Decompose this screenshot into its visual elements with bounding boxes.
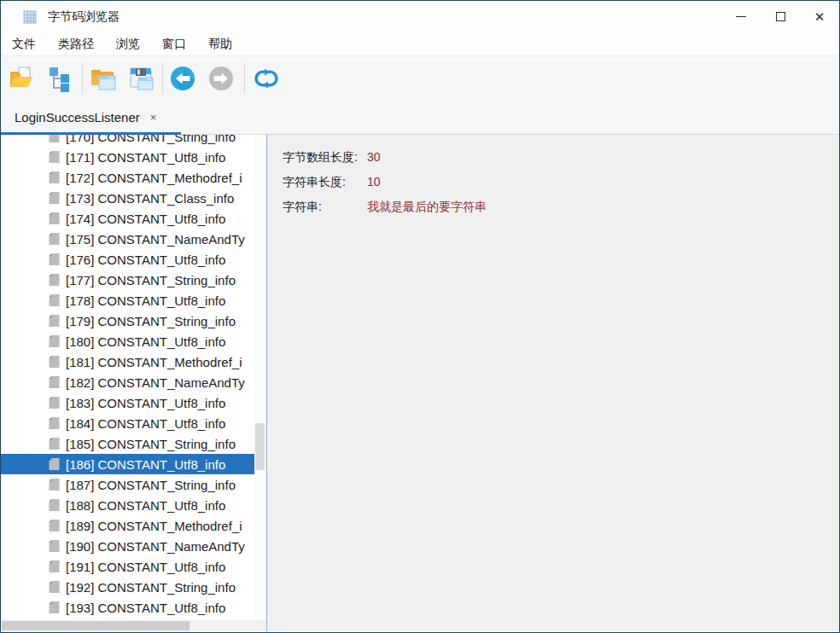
tree-row[interactable]: [181] CONSTANT_Methodref_i [1, 351, 254, 372]
tree-row[interactable]: [186] CONSTANT_Utf8_info [1, 454, 254, 474]
tree-row[interactable]: [178] CONSTANT_Utf8_info [1, 290, 254, 311]
tree-row[interactable]: [176] CONSTANT_Utf8_info [1, 249, 254, 270]
tree-row[interactable]: [185] CONSTANT_String_info [1, 433, 254, 454]
tree-row[interactable]: [171] CONSTANT_Utf8_info [1, 147, 254, 167]
menu-item-browse[interactable]: 浏览 [105, 33, 151, 55]
document-icon [48, 457, 61, 471]
document-icon [48, 253, 61, 266]
open-folder-button[interactable] [4, 61, 38, 96]
detail-row-string: 字符串:我就是最后的要字符串 [283, 198, 839, 215]
menu-item-help[interactable]: 帮助 [197, 33, 243, 55]
tree-row[interactable]: [183] CONSTANT_Utf8_info [1, 392, 254, 413]
tree-row-label: [179] CONSTANT_String_info [66, 314, 236, 328]
document-icon [48, 396, 61, 409]
maximize-icon [776, 12, 785, 21]
document-icon [48, 416, 61, 430]
vertical-scrollbar[interactable] [254, 135, 266, 620]
menu-item-file[interactable]: 文件 [1, 33, 47, 55]
tree-row-label: [188] CONSTANT_Utf8_info [66, 498, 225, 513]
vertical-scrollbar-thumb[interactable] [255, 423, 265, 470]
menu-item-window[interactable]: 窗口 [151, 33, 197, 55]
tree-row-label: [180] CONSTANT_Utf8_info [66, 334, 225, 349]
back-button[interactable] [166, 61, 200, 96]
toolbar-separator [82, 63, 83, 94]
horizontal-scrollbar-thumb[interactable] [2, 621, 190, 630]
tree-row-label: [181] CONSTANT_Methodref_i [66, 355, 242, 369]
tree-viewport[interactable]: [170] CONSTANT_String_info [171] CONSTAN… [1, 135, 254, 620]
forward-button[interactable] [204, 61, 238, 96]
content-area: [170] CONSTANT_String_info [171] CONSTAN… [1, 135, 839, 631]
tree-row-label: [183] CONSTANT_Utf8_info [66, 396, 225, 410]
open-folder-icon [8, 65, 35, 92]
tree-row-label: [171] CONSTANT_Utf8_info [66, 150, 225, 165]
tree-row-label: [178] CONSTANT_Utf8_info [66, 293, 225, 308]
tree-row[interactable]: [179] CONSTANT_String_info [1, 311, 254, 331]
tree-row[interactable]: [172] CONSTANT_Methodref_i [1, 167, 254, 188]
toolbar-separator [244, 63, 245, 94]
tree-row[interactable]: [193] CONSTANT_Utf8_info [1, 597, 254, 618]
minimize-button[interactable] [721, 1, 761, 32]
tree-row-label: [190] CONSTANT_NameAndTy [66, 539, 245, 554]
document-icon [48, 334, 61, 348]
menu-item-classpath[interactable]: 类路径 [47, 33, 105, 55]
document-icon [48, 293, 61, 307]
tree-row[interactable]: [192] CONSTANT_String_info [1, 577, 254, 597]
detail-label: 字符串: [283, 198, 367, 215]
document-icon [48, 191, 61, 205]
tree-row[interactable]: [187] CONSTANT_String_info [1, 474, 254, 495]
tree-row[interactable]: [184] CONSTANT_Utf8_info [1, 413, 254, 433]
tree-row[interactable]: [189] CONSTANT_Methodref_i [1, 515, 254, 536]
tree-row-label: [193] CONSTANT_Utf8_info [66, 601, 225, 615]
tree-row[interactable]: [182] CONSTANT_NameAndTy [1, 372, 254, 392]
tree-row-label: [184] CONSTANT_Utf8_info [66, 416, 225, 431]
tree-row-label: [172] CONSTANT_Methodref_i [66, 171, 242, 185]
detail-value: 10 [367, 175, 381, 189]
document-icon [48, 375, 61, 389]
document-icon [48, 355, 61, 369]
tree-row[interactable]: [188] CONSTANT_Utf8_info [1, 495, 254, 515]
folder-window-button[interactable] [86, 61, 120, 96]
detail-row-string-length: 字符串长度:10 [283, 173, 839, 190]
tree-row-label: [175] CONSTANT_NameAndTy [66, 232, 245, 247]
tab-loginsuccesslistener[interactable]: LoginSuccessListener × [1, 100, 181, 135]
tree-row-label: [191] CONSTANT_Utf8_info [66, 560, 225, 574]
menu-bar: 文件 类路径 浏览 窗口 帮助 [1, 32, 839, 56]
tree-row[interactable]: [190] CONSTANT_NameAndTy [1, 536, 254, 556]
reload-button[interactable] [249, 61, 283, 96]
maximize-button[interactable] [761, 1, 800, 32]
document-icon [48, 135, 61, 143]
tree-row[interactable]: [191] CONSTANT_Utf8_info [1, 556, 254, 577]
folder-window-icon [90, 65, 117, 92]
toolbar [1, 56, 839, 100]
tree-row[interactable]: [180] CONSTANT_Utf8_info [1, 331, 254, 351]
document-icon [48, 478, 61, 491]
tree-row[interactable]: [175] CONSTANT_NameAndTy [1, 229, 254, 249]
app-window: 字节码浏览器 ✕ 文件 类路径 浏览 窗口 帮助 [0, 0, 840, 633]
detail-row-byte-array-length: 字节数组长度:30 [283, 148, 839, 166]
tree-row[interactable]: [170] CONSTANT_String_info [1, 135, 254, 147]
horizontal-scrollbar[interactable] [1, 620, 266, 631]
tree-rows: [170] CONSTANT_String_info [171] CONSTAN… [1, 135, 254, 620]
tree-row-label: [182] CONSTANT_NameAndTy [66, 375, 245, 390]
reload-icon [253, 65, 280, 92]
document-icon [48, 273, 61, 287]
document-icon [48, 519, 61, 532]
tree-row[interactable]: [177] CONSTANT_String_info [1, 270, 254, 290]
tab-label: LoginSuccessListener [15, 110, 140, 125]
close-icon: ✕ [814, 10, 825, 23]
document-icon [48, 171, 61, 184]
close-button[interactable]: ✕ [800, 1, 839, 32]
hierarchy-icon [47, 65, 74, 92]
hierarchy-button[interactable] [44, 61, 78, 96]
document-icon [48, 580, 61, 594]
tree-row-label: [174] CONSTANT_Utf8_info [66, 212, 225, 226]
document-icon [48, 232, 61, 246]
detail-label: 字节数组长度: [283, 148, 367, 166]
back-icon [169, 65, 196, 92]
tab-close-icon[interactable]: × [150, 112, 157, 123]
tree-row-label: [170] CONSTANT_String_info [66, 135, 236, 144]
detail-panel: 字节数组长度:30 字符串长度:10 字符串:我就是最后的要字符串 [267, 135, 839, 631]
save-window-button[interactable] [124, 61, 158, 96]
tree-row[interactable]: [173] CONSTANT_Class_info [1, 188, 254, 208]
tree-row[interactable]: [174] CONSTANT_Utf8_info [1, 208, 254, 229]
